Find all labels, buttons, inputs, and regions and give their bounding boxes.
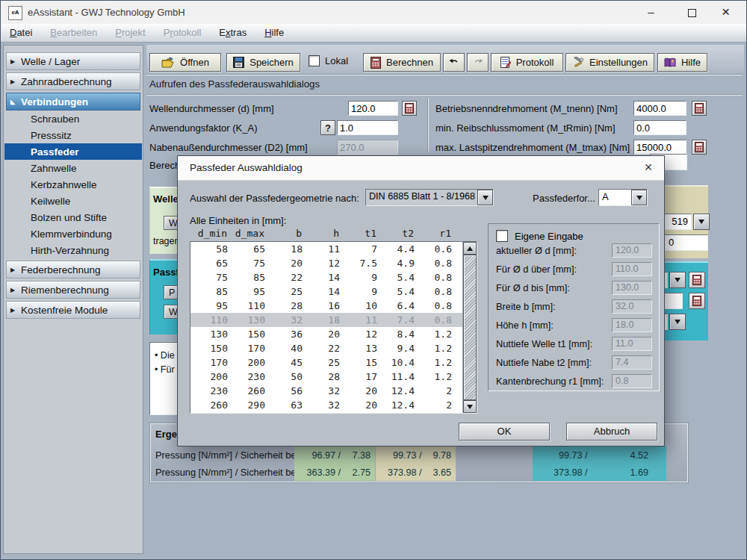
- shaft-diameter-input[interactable]: 120.0: [348, 101, 398, 116]
- table-row[interactable]: 1301503620128.41.2: [190, 327, 464, 341]
- sidebar-item[interactable]: ◣ Verbindungen: [6, 93, 140, 111]
- hub-outer-diameter-input: 270.0: [337, 140, 398, 155]
- table-row[interactable]: 951102816106.40.8: [190, 299, 464, 313]
- expander-triangle-icon: ▶: [10, 287, 21, 293]
- geometry-select[interactable]: DIN 6885 Blatt 1 - 8/1968: [365, 189, 494, 206]
- teal-dropdown-2-button[interactable]: [669, 314, 686, 330]
- teal-calc-button-1[interactable]: [689, 272, 705, 288]
- redo-button: [467, 53, 489, 72]
- sidebar-item[interactable]: Kerbzahnwelle: [4, 176, 143, 193]
- table-row[interactable]: 8595251495.40.8: [190, 284, 464, 299]
- sidebar-item[interactable]: ▶ Welle / Lager: [6, 52, 140, 70]
- table-row[interactable]: 26029063322012.42: [190, 398, 464, 412]
- sidebar-item-label: Zahnradberechnung: [21, 76, 112, 87]
- keyway-form-arrow[interactable]: [631, 190, 647, 205]
- panel-field-label: Kantenbrechung r1 [mm]:: [496, 376, 604, 387]
- calculator-icon: [692, 275, 701, 285]
- sidebar-item[interactable]: Presssitz: [4, 127, 143, 143]
- save-button[interactable]: Speichern: [226, 53, 300, 72]
- calculate-button[interactable]: Berechnen: [363, 53, 441, 72]
- panel-field-input: 11.0: [612, 337, 652, 351]
- result-cell: 373.98 /3.65: [376, 464, 456, 481]
- sidebar-item[interactable]: ▶ Kostenfreie Module: [6, 301, 140, 319]
- custom-input-checkbox[interactable]: [496, 230, 508, 242]
- hub-outer-diameter-label: Nabenaußendurchmesser (D2) [mm]: [149, 142, 308, 153]
- window-title: eAssistant - GWJ Technology GmbH: [28, 1, 185, 24]
- sidebar-item[interactable]: Bolzen und Stifte: [4, 209, 143, 225]
- titlebar: eA eAssistant - GWJ Technology GmbH – ×: [1, 1, 746, 25]
- geometry-table: 5865181174.40.6 657520127.54.90.8 758522…: [190, 241, 477, 414]
- scroll-down-button[interactable]: [463, 400, 477, 413]
- menu-item[interactable]: Datei: [1, 24, 41, 42]
- table-row[interactable]: 7585221495.40.8: [190, 270, 464, 284]
- sidebar-item-label: Bolzen und Stifte: [31, 212, 107, 223]
- sidebar-item[interactable]: Schrauben: [4, 111, 143, 127]
- sidebar-item-label: Zahnwelle: [31, 163, 77, 174]
- sidebar-item[interactable]: ▶ Zahnradberechnung: [6, 72, 140, 90]
- table-row[interactable]: 20023050281711.41.2: [190, 370, 464, 384]
- geometry-select-arrow[interactable]: [477, 190, 493, 205]
- close-button[interactable]: ×: [709, 1, 743, 24]
- status-separator: [146, 94, 743, 96]
- table-row[interactable]: 1101303218117.40.8: [190, 313, 464, 327]
- ok-button[interactable]: OK: [459, 423, 550, 441]
- dropdown-arrow-icon: [636, 196, 642, 200]
- max-peak-torque-calc-button[interactable]: [692, 140, 707, 155]
- table-scrollbar[interactable]: [462, 242, 477, 413]
- sidebar-item[interactable]: Hirth-Verzahnung: [4, 242, 143, 258]
- menu-item[interactable]: Extras: [210, 24, 255, 42]
- sidebar-item[interactable]: ▶ Riemenberechnung: [6, 281, 140, 299]
- table-row[interactable]: 5865181174.40.6: [190, 242, 464, 256]
- menu-item[interactable]: Hilfe: [255, 24, 293, 42]
- keyway-form-value: A: [602, 191, 609, 202]
- max-peak-torque-input[interactable]: 15000.0: [633, 140, 686, 155]
- dialog-close-button[interactable]: ×: [633, 156, 664, 180]
- expander-triangle-icon: ◣: [10, 99, 21, 105]
- sidebar-item-label: Keilwelle: [31, 196, 70, 207]
- local-checkbox[interactable]: [309, 55, 320, 66]
- shaft-diameter-calc-button[interactable]: [402, 101, 417, 116]
- nominal-torque-input[interactable]: 4000.0: [633, 101, 686, 116]
- min-friction-torque-input[interactable]: 0.0: [633, 120, 686, 135]
- application-factor-help-button[interactable]: ?: [320, 120, 335, 135]
- right-top-dropdown-button[interactable]: [693, 214, 710, 230]
- cancel-button[interactable]: Abbruch: [566, 423, 657, 441]
- expander-triangle-icon: ▶: [10, 307, 21, 314]
- expander-triangle-icon: ▶: [10, 78, 21, 85]
- table-row[interactable]: 23026056322012.42: [190, 384, 464, 398]
- scrollbar-thumb[interactable]: [463, 255, 477, 400]
- geometry-select-value: DIN 6885 Blatt 1 - 8/1968: [369, 191, 475, 202]
- panel-field-input: 7.4: [612, 355, 652, 370]
- sidebar-item[interactable]: Klemmverbindung: [4, 225, 143, 242]
- menu-item[interactable]: Protokoll: [155, 24, 211, 42]
- protocol-button[interactable]: Protokoll: [491, 53, 563, 72]
- help-button[interactable]: Hilfe: [657, 53, 707, 72]
- teal-calc-button-2[interactable]: [689, 293, 705, 309]
- menu-item[interactable]: Bearbeiten: [41, 24, 106, 42]
- redo-icon: [472, 58, 484, 67]
- open-button[interactable]: Öffnen: [149, 53, 221, 72]
- sidebar-item[interactable]: ▶ Federberechnung: [6, 261, 140, 279]
- expander-triangle-icon: ▶: [10, 267, 21, 273]
- table-row[interactable]: 657520127.54.90.8: [190, 256, 464, 270]
- sidebar-item[interactable]: Keilwelle: [4, 193, 143, 209]
- undo-button[interactable]: [443, 53, 465, 72]
- table-row[interactable]: 17020045251510.41.2: [190, 355, 464, 370]
- menu-item[interactable]: Projekt: [106, 24, 154, 42]
- open-button-label: Öffnen: [180, 57, 209, 68]
- sidebar-item[interactable]: Zahnwelle: [4, 160, 143, 176]
- calculate-button-label: Berechnen: [386, 57, 433, 68]
- app-icon: eA: [8, 6, 22, 20]
- nominal-torque-calc-button[interactable]: [692, 101, 707, 116]
- keyway-form-label: Passfederfor...: [533, 193, 595, 204]
- sidebar-item[interactable]: Passfeder: [4, 143, 142, 160]
- sidebar-item-label: Verbindungen: [21, 96, 88, 108]
- keyway-selection-dialog: Passfeder Auswahldialog × Auswahl der Pa…: [177, 155, 665, 447]
- maximize-button[interactable]: [675, 1, 709, 24]
- table-row[interactable]: 1501704022139.41.2: [190, 341, 464, 355]
- scroll-up-button[interactable]: [463, 242, 477, 255]
- settings-button[interactable]: Einstellungen: [565, 53, 654, 72]
- teal-dropdown-1-button[interactable]: [669, 272, 686, 288]
- application-factor-input[interactable]: 1.0: [337, 120, 398, 135]
- minimize-button[interactable]: –: [634, 1, 668, 24]
